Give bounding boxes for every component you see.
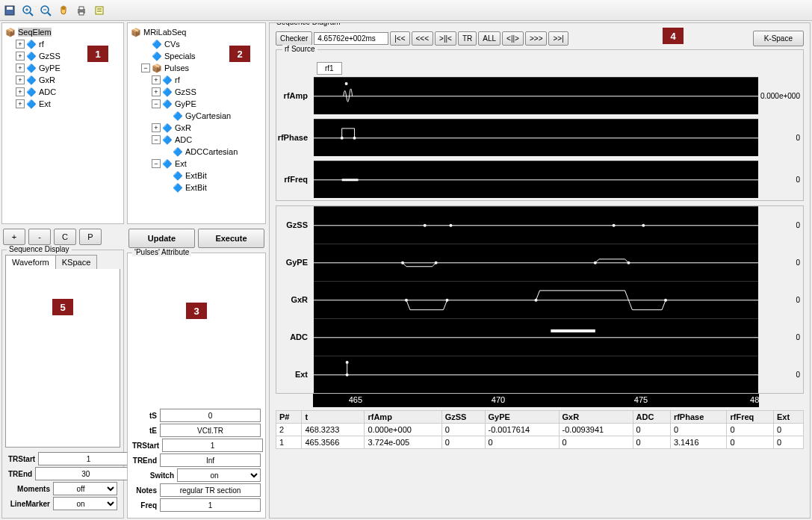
wave-label-Ext: Ext (276, 370, 314, 379)
wave-label-rfAmp: rfAmp (276, 91, 314, 100)
c-button[interactable]: C (54, 229, 76, 245)
nav-<||>[interactable]: <||> (502, 31, 524, 46)
svg-point-26 (642, 224, 645, 227)
moments-select[interactable]: off (53, 482, 117, 495)
tree-leaf-ExtBit[interactable]: 🔷ExtBit (131, 170, 262, 182)
tab-waveform[interactable]: Waveform (5, 255, 56, 269)
svg-rect-1 (7, 7, 13, 10)
tree-pulses-GzSS[interactable]: +🔷GzSS (131, 86, 262, 98)
wave-ADC[interactable] (314, 318, 758, 356)
svg-point-29 (435, 261, 438, 264)
freq-input[interactable] (160, 498, 261, 512)
data-table: P#trfAmpGzSSGyPEGxRADCrfPhaserfFreqExt 2… (276, 410, 804, 449)
pulses-trstart-input[interactable] (162, 439, 263, 452)
p-button[interactable]: P (79, 229, 102, 245)
ms-value: 4.65762e+002ms (314, 32, 388, 45)
svg-point-34 (446, 299, 449, 302)
tool-icon[interactable] (93, 4, 106, 17)
wave-label-GzSS: GzSS (276, 220, 314, 229)
tree-leaf-GyCartesian[interactable]: 🔷GyCartesian (131, 110, 262, 122)
table-row[interactable]: 2468.32330.000e+0000-0.0017614-0.0093941… (276, 424, 804, 436)
nav->>|[interactable]: >>| (548, 31, 568, 46)
trstart-input[interactable] (38, 452, 139, 465)
tree-item-ADC[interactable]: +🔷ADC (5, 86, 120, 98)
kspace-button[interactable]: K-Space (753, 31, 804, 46)
wave-GzSS[interactable] (314, 206, 758, 244)
svg-point-41 (346, 361, 349, 364)
svg-line-7 (48, 13, 51, 16)
svg-point-24 (449, 224, 452, 227)
trend-input[interactable] (35, 467, 136, 480)
add-button[interactable]: + (3, 229, 25, 245)
wave-label-GyPE: GyPE (276, 258, 314, 267)
switch-select[interactable]: on (177, 468, 261, 482)
tree-pulses[interactable]: −📦Pulses (131, 62, 262, 74)
svg-point-25 (613, 224, 616, 227)
nav->>>[interactable]: >>> (525, 31, 548, 46)
tree-root-mrilabseq[interactable]: 📦MRiLabSeq (131, 26, 262, 38)
wave-rfPhase[interactable] (314, 119, 758, 157)
pulses-trend-input[interactable] (160, 454, 261, 467)
svg-point-33 (405, 299, 408, 302)
rf-tab[interactable]: rf1 (317, 62, 342, 75)
svg-point-31 (627, 261, 630, 264)
seq-diagram-legend: Sequence Diagram (274, 22, 343, 26)
tree-leaf-ExtBit[interactable]: 🔷ExtBit (131, 182, 262, 194)
nav->||<[interactable]: >||< (435, 31, 456, 46)
svg-point-23 (424, 224, 427, 227)
svg-point-19 (353, 137, 356, 140)
tree-item-GxR[interactable]: +🔷GxR (5, 74, 120, 86)
tree-root-seqelem[interactable]: 📦SeqElem (5, 26, 120, 38)
svg-point-36 (664, 299, 667, 302)
zoom-out-icon[interactable] (39, 4, 52, 17)
tree-item-Ext[interactable]: +🔷Ext (5, 98, 120, 110)
wave-GxR[interactable] (314, 281, 758, 319)
nav-|<<[interactable]: |<< (390, 31, 409, 46)
hand-icon[interactable] (57, 4, 70, 17)
svg-point-28 (401, 261, 404, 264)
execute-button[interactable]: Execute (198, 229, 264, 248)
svg-rect-12 (96, 7, 103, 14)
svg-line-3 (30, 13, 33, 16)
wave-rfFreq[interactable] (314, 161, 758, 199)
tab-kspace[interactable]: KSpace (55, 255, 98, 269)
main-toolbar (0, 0, 812, 21)
nav-<<<[interactable]: <<< (412, 31, 434, 46)
wave-rfAmp[interactable] (314, 77, 758, 115)
print-icon[interactable] (75, 4, 88, 17)
zoom-in-icon[interactable] (21, 4, 34, 17)
nav-ALL[interactable]: ALL (478, 31, 500, 46)
svg-rect-38 (551, 329, 595, 332)
seq-display-legend: Sequence Display (7, 245, 72, 253)
wave-label-rfFreq: rfFreq (276, 175, 314, 184)
tree-leaf-ADCCartesian[interactable]: 🔷ADCCartesian (131, 146, 262, 158)
te-input[interactable] (160, 424, 261, 437)
tree-pulses-Ext[interactable]: −🔷Ext (131, 158, 262, 170)
table-row[interactable]: 1465.35663.724e-00500003.141600 (276, 436, 804, 449)
wave-Ext[interactable] (314, 356, 758, 394)
remove-button[interactable]: - (28, 229, 51, 245)
update-button[interactable]: Update (128, 229, 195, 248)
svg-point-16 (345, 82, 348, 85)
ts-input[interactable] (160, 409, 261, 422)
notes-input[interactable] (160, 483, 261, 497)
badge-4: 4 (663, 28, 684, 44)
tree-pulses-GxR[interactable]: +🔷GxR (131, 122, 262, 134)
tree-pulses-ADC[interactable]: −🔷ADC (131, 134, 262, 146)
wave-label-ADC: ADC (276, 332, 314, 341)
checker-button[interactable]: Checker (276, 31, 312, 46)
tree-item-GyPE[interactable]: +🔷GyPE (5, 62, 120, 74)
linemarker-select[interactable]: on (53, 497, 117, 510)
save-icon[interactable] (3, 4, 16, 17)
pulses-attr-legend: 'Pulses' Attribute (132, 248, 191, 256)
badge-1: 1 (87, 46, 108, 62)
tree-pulses-GyPE[interactable]: −🔷GyPE (131, 98, 262, 110)
wave-GyPE[interactable] (314, 244, 758, 282)
wave-label-GxR: GxR (276, 295, 314, 304)
nav-TR[interactable]: TR (458, 31, 477, 46)
wave-label-rfPhase: rfPhase (276, 133, 314, 142)
badge-2: 2 (229, 46, 250, 62)
svg-rect-10 (79, 7, 84, 10)
tree-pulses-rf[interactable]: +🔷rf (131, 74, 262, 86)
badge-5: 5 (52, 299, 73, 315)
